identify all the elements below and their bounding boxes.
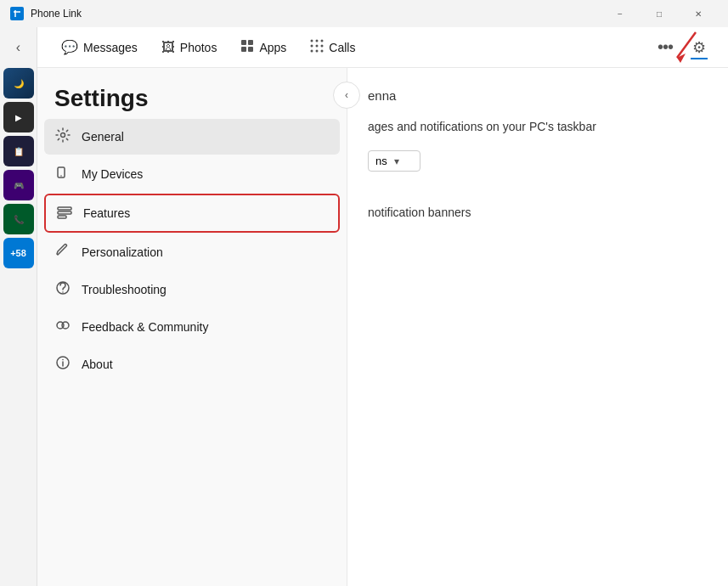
nav-apps[interactable]: Apps — [230, 31, 296, 65]
messages-icon: 💬 — [61, 39, 78, 55]
svg-rect-21 — [58, 216, 66, 218]
name-text: enna — [368, 88, 708, 103]
sidebar-app-2[interactable]: ▶ — [3, 102, 34, 132]
settings-nav-features[interactable]: Features — [44, 194, 340, 233]
svg-rect-19 — [58, 207, 71, 210]
main-wrapper: 💬 Messages 🖼 Photos Apps — [37, 27, 728, 586]
collapse-button[interactable]: ‹ — [333, 82, 360, 109]
sidebar-app-3[interactable]: 📋 — [3, 136, 34, 166]
settings-nav-about[interactable]: About — [44, 347, 340, 382]
calls-icon — [310, 39, 324, 56]
app-title: Phone Link — [31, 8, 594, 20]
svg-rect-20 — [58, 211, 71, 214]
my-devices-icon — [54, 165, 71, 183]
right-content: enna ages and notifications on your PC's… — [347, 68, 728, 586]
feedback-icon — [54, 318, 71, 336]
photos-icon: 🖼 — [161, 40, 175, 55]
svg-point-18 — [60, 175, 62, 177]
nav-calls[interactable]: Calls — [300, 31, 365, 65]
notification-text: ages and notifications on your PC's task… — [368, 120, 708, 133]
settings-nav-personalization[interactable]: Personalization — [44, 234, 340, 270]
svg-rect-0 — [12, 8, 22, 19]
svg-point-8 — [311, 44, 313, 47]
nav-bar: 💬 Messages 🖼 Photos Apps — [37, 27, 728, 68]
title-bar: Phone Link − □ ✕ — [0, 0, 728, 27]
svg-rect-4 — [248, 47, 253, 52]
svg-point-9 — [316, 44, 319, 47]
svg-point-25 — [62, 322, 69, 329]
svg-point-13 — [321, 49, 324, 52]
settings-nav: General My Devices — [37, 119, 347, 586]
svg-point-23 — [62, 291, 64, 293]
svg-point-11 — [311, 49, 313, 52]
settings-nav-my-devices[interactable]: My Devices — [44, 156, 340, 192]
svg-point-12 — [316, 49, 319, 52]
content-area: ‹ Settings General — [37, 68, 728, 586]
apps-icon — [240, 39, 254, 56]
svg-line-14 — [677, 32, 696, 58]
sidebar-app-1[interactable]: 🌙 — [3, 68, 34, 99]
svg-point-5 — [311, 39, 313, 42]
banner-text: notification banners — [368, 206, 708, 219]
nav-messages[interactable]: 💬 Messages — [51, 31, 148, 65]
settings-panel: ‹ Settings General — [37, 68, 347, 586]
svg-point-6 — [316, 39, 319, 42]
maximize-button[interactable]: □ — [640, 0, 679, 27]
svg-point-10 — [321, 44, 324, 47]
general-icon — [54, 127, 71, 146]
sidebar-app-4[interactable]: 🎮 — [3, 170, 34, 200]
nav-photos[interactable]: 🖼 Photos — [151, 31, 228, 65]
settings-title: Settings — [54, 85, 330, 112]
svg-rect-3 — [241, 47, 246, 52]
svg-point-27 — [62, 359, 64, 361]
red-arrow-annotation — [670, 27, 704, 70]
sidebar-badge[interactable]: +58 — [3, 238, 34, 268]
settings-nav-troubleshooting[interactable]: Troubleshooting — [44, 272, 340, 307]
features-icon — [56, 204, 73, 223]
chevron-down-icon: ▾ — [394, 155, 399, 167]
troubleshooting-icon — [54, 280, 71, 299]
window-controls: − □ ✕ — [601, 0, 718, 27]
icon-sidebar: ‹ 🌙 ▶ 📋 🎮 📞 +58 — [0, 27, 37, 586]
dropdown-select[interactable]: ns ▾ — [368, 150, 420, 172]
about-icon — [54, 355, 71, 374]
minimize-button[interactable]: − — [601, 0, 640, 27]
close-button[interactable]: ✕ — [679, 0, 718, 27]
settings-nav-feedback[interactable]: Feedback & Community — [44, 309, 340, 345]
svg-rect-1 — [241, 40, 246, 45]
svg-rect-2 — [248, 40, 253, 45]
svg-point-16 — [61, 133, 65, 138]
app-icon — [10, 7, 24, 20]
nav-back-button[interactable]: ‹ — [5, 34, 32, 61]
app-container: ‹ 🌙 ▶ 📋 🎮 📞 +58 💬 Messages � — [0, 27, 728, 586]
settings-nav-general[interactable]: General — [44, 119, 340, 155]
personalization-icon — [54, 243, 71, 262]
svg-point-7 — [321, 39, 324, 42]
sidebar-app-5[interactable]: 📞 — [3, 204, 34, 234]
